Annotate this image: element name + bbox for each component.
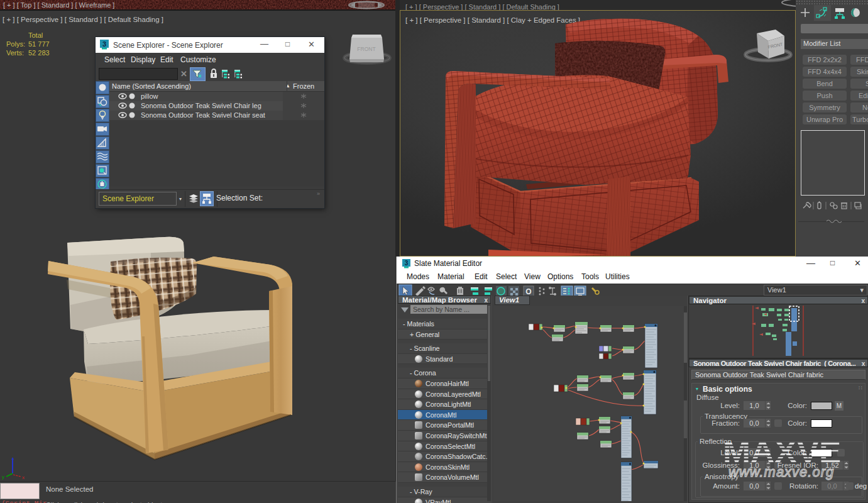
svg-text:3: 3 — [405, 260, 409, 267]
svg-text:x: x — [22, 475, 25, 480]
svg-text:3: 3 — [102, 40, 106, 48]
svg-text:FRONT: FRONT — [357, 46, 375, 52]
svg-text:O: O — [525, 287, 531, 296]
svg-text:y: y — [2, 474, 4, 480]
